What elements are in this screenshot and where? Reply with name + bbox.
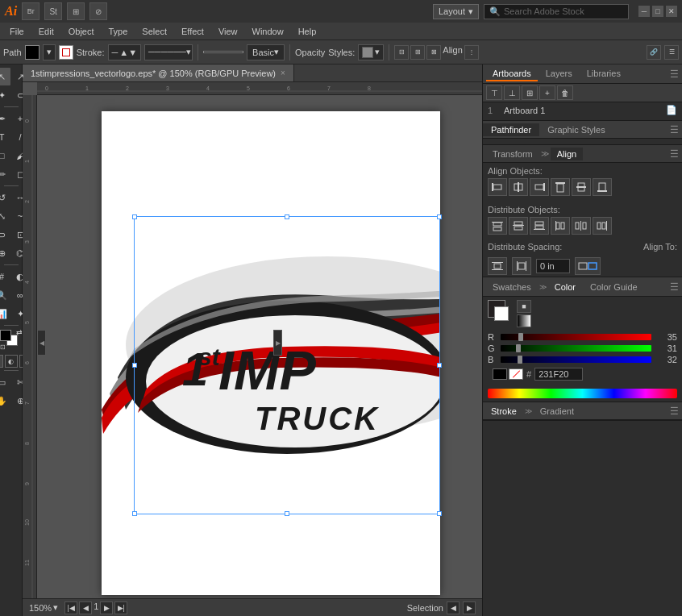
swatches-tab[interactable]: Swatches: [486, 281, 538, 293]
width-tool[interactable]: ⊃: [0, 226, 10, 243]
r-slider-track[interactable]: [501, 334, 651, 340]
panel-options-button[interactable]: ☰: [664, 45, 679, 60]
dist-top-button[interactable]: [488, 217, 507, 235]
layout-grid-icon[interactable]: ⊞: [67, 2, 85, 20]
align-vert-center-button[interactable]: [572, 178, 591, 196]
shape-builder-tool[interactable]: ⊕: [0, 244, 10, 262]
first-page-button[interactable]: |◀: [64, 601, 77, 614]
dist-hcenter-button[interactable]: [572, 217, 591, 235]
eyedropper-tool[interactable]: 🔍: [0, 286, 10, 304]
color-panel-menu[interactable]: ☰: [670, 281, 679, 293]
styles-swatch[interactable]: ▾: [358, 44, 384, 60]
scale-tool[interactable]: ⤡: [0, 207, 10, 225]
menu-view[interactable]: View: [212, 25, 244, 38]
canvas-content[interactable]: 1 st IMP TRUCK: [37, 95, 482, 598]
distribute-button[interactable]: ⊞: [410, 45, 425, 60]
next-page-button[interactable]: ▶: [100, 601, 113, 614]
hex-input[interactable]: [534, 368, 583, 381]
align-horiz-center-button[interactable]: [509, 178, 528, 196]
left-panel-collapse[interactable]: ◀: [37, 330, 46, 356]
color-tab[interactable]: Color: [548, 281, 582, 293]
close-button[interactable]: ✕: [666, 6, 677, 17]
canvas-scroll-area[interactable]: 0 1 2 3 4 5 6 7 8 0 1 2 3: [23, 82, 482, 598]
dist-right-button[interactable]: [593, 217, 612, 235]
rectangle-tool[interactable]: □: [0, 147, 10, 164]
fill-swatch[interactable]: [25, 45, 40, 60]
align-panel-menu[interactable]: ☰: [670, 148, 679, 160]
pathfinder-menu[interactable]: ☰: [670, 124, 682, 135]
stroke-color-box[interactable]: [494, 306, 509, 321]
dist-bottom-button[interactable]: [530, 217, 549, 235]
artboards-panel-menu[interactable]: ☰: [670, 69, 679, 80]
reset-colors-icon[interactable]: ⊡: [0, 343, 6, 351]
magic-wand-tool[interactable]: ✦: [0, 86, 10, 104]
selection-tool[interactable]: ↖: [0, 68, 10, 85]
menu-type[interactable]: Type: [102, 25, 135, 38]
pen-tool[interactable]: ✒: [0, 110, 10, 127]
foreground-color[interactable]: [0, 330, 11, 341]
status-arrow-right[interactable]: ▶: [463, 601, 476, 614]
stock-icon[interactable]: St: [44, 2, 62, 20]
bridge-icon[interactable]: Br: [22, 2, 40, 20]
layout-dropdown[interactable]: Layout ▾: [433, 4, 479, 19]
libraries-tab[interactable]: Libraries: [580, 67, 627, 81]
artboard-navigate-down[interactable]: ⊥: [504, 85, 520, 100]
solid-color-option[interactable]: ■: [517, 300, 531, 313]
artboard-page-icon[interactable]: 📄: [666, 105, 677, 115]
artboard-add[interactable]: +: [539, 85, 555, 100]
menu-select[interactable]: Select: [135, 25, 173, 38]
gradient-mode-btn[interactable]: ◐: [5, 355, 18, 368]
prev-page-button[interactable]: ◀: [79, 601, 92, 614]
align-top-edge-button[interactable]: [551, 178, 570, 196]
link-icon[interactable]: 🔗: [647, 45, 661, 60]
dist-left-button[interactable]: [551, 217, 570, 235]
hex-black-swatch[interactable]: [493, 368, 507, 380]
dist-spacing-h-button[interactable]: [512, 257, 531, 275]
menu-file[interactable]: File: [3, 25, 31, 38]
basic-dropdown[interactable]: Basic▾: [247, 44, 285, 60]
document-tab[interactable]: 1stimpressions_vectorlogo.eps* @ 150% (R…: [23, 65, 294, 81]
align-bottom-edge-button[interactable]: [593, 178, 612, 196]
color-guide-tab[interactable]: Color Guide: [584, 281, 644, 293]
chart-tool[interactable]: 📊: [0, 305, 10, 323]
hex-none-swatch[interactable]: [509, 368, 523, 380]
align-right-button[interactable]: ⊠: [426, 45, 441, 60]
artboard-rearrange[interactable]: ⊞: [522, 85, 538, 100]
close-tab-button[interactable]: ×: [281, 69, 285, 77]
b-slider-track[interactable]: [501, 356, 651, 363]
graphic-styles-tab[interactable]: Graphic Styles: [539, 123, 613, 136]
zoom-dropdown-icon[interactable]: ▾: [53, 602, 58, 613]
align-right-edge-button[interactable]: [530, 178, 549, 196]
align-tab[interactable]: Align: [551, 148, 583, 160]
type-tool[interactable]: T: [0, 128, 10, 146]
pencil-tool[interactable]: ✏: [0, 165, 10, 183]
align-left-edge-button[interactable]: [488, 178, 507, 196]
fill-dropdown[interactable]: ▾: [43, 44, 56, 60]
hand-tool[interactable]: ✋: [0, 392, 10, 410]
transform-tab[interactable]: Transform: [486, 148, 539, 160]
color-spectrum-bar[interactable]: [488, 389, 677, 398]
stroke-icon[interactable]: [59, 45, 73, 60]
artboards-tab[interactable]: Artboards: [486, 67, 538, 81]
color-mode-btn[interactable]: □: [0, 355, 3, 368]
stroke-panel-menu[interactable]: ☰: [670, 406, 682, 417]
menu-object[interactable]: Object: [62, 25, 101, 38]
artboard[interactable]: 1 st IMP TRUCK: [102, 111, 440, 595]
menu-effect[interactable]: Effect: [175, 25, 210, 38]
distribute-spacing-value[interactable]: [536, 259, 570, 273]
last-page-button[interactable]: ▶|: [114, 601, 127, 614]
menu-window[interactable]: Window: [246, 25, 290, 38]
pathfinder-tab[interactable]: Pathfinder: [483, 123, 539, 136]
menu-help[interactable]: Help: [292, 25, 323, 38]
gradient-tab[interactable]: Gradient: [532, 405, 582, 418]
artboard-delete[interactable]: 🗑: [557, 85, 573, 100]
stroke-style-dropdown[interactable]: ──────▾: [144, 44, 193, 60]
stroke-weight[interactable]: ─▲▼: [108, 44, 142, 60]
menu-edit[interactable]: Edit: [32, 25, 60, 38]
layers-tab[interactable]: Layers: [539, 67, 579, 81]
align-options-button[interactable]: ⋮: [464, 45, 479, 60]
dist-vcenter-button[interactable]: [509, 217, 528, 235]
artboard-tool[interactable]: ▭: [0, 373, 10, 391]
maximize-button[interactable]: □: [652, 6, 663, 17]
artboard-navigate-up[interactable]: ⊤: [486, 85, 502, 100]
